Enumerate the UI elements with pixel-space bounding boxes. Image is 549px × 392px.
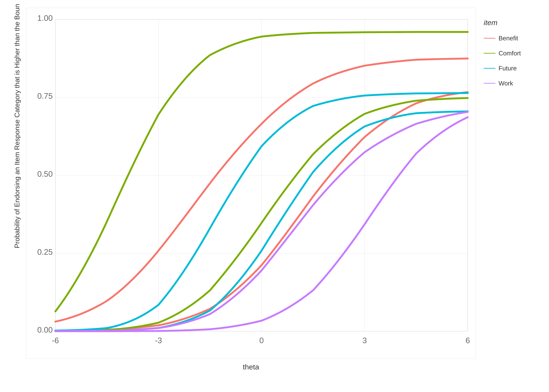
legend-label-work: Work bbox=[499, 80, 513, 87]
main-chart: 0.00 0.25 0.50 0.75 1.00 -6 -3 0 3 6 bbox=[26, 8, 476, 359]
svg-text:0: 0 bbox=[259, 336, 264, 345]
svg-text:3: 3 bbox=[362, 336, 367, 345]
legend-line-benefit bbox=[484, 38, 495, 39]
svg-text:1.00: 1.00 bbox=[37, 14, 53, 22]
legend-item-benefit: Benefit bbox=[484, 35, 533, 42]
legend-label-comfort: Comfort bbox=[499, 50, 521, 57]
svg-text:0.75: 0.75 bbox=[37, 91, 53, 100]
legend-line-future bbox=[484, 68, 495, 69]
svg-text:0.50: 0.50 bbox=[37, 169, 53, 178]
svg-rect-0 bbox=[26, 12, 476, 355]
plot-area: Probability of Endorsing an Item Respons… bbox=[26, 8, 476, 371]
chart-container: Probability of Endorsing an Item Respons… bbox=[0, 0, 549, 392]
svg-text:-3: -3 bbox=[155, 336, 162, 345]
svg-text:6: 6 bbox=[465, 336, 470, 345]
svg-text:-6: -6 bbox=[52, 336, 59, 345]
y-axis-label: Probability of Endorsing an Item Respons… bbox=[13, 131, 21, 248]
legend-panel: item Benefit Comfort Future Work bbox=[476, 8, 539, 371]
x-axis-label: theta bbox=[26, 363, 476, 371]
legend-label-future: Future bbox=[499, 65, 517, 72]
legend-line-comfort bbox=[484, 53, 495, 54]
legend-item-comfort: Comfort bbox=[484, 50, 533, 57]
legend-item-work: Work bbox=[484, 80, 533, 87]
svg-text:0.25: 0.25 bbox=[37, 247, 53, 256]
legend-line-work bbox=[484, 83, 495, 84]
svg-text:0.00: 0.00 bbox=[37, 325, 53, 334]
svg-wrapper: 0.00 0.25 0.50 0.75 1.00 -6 -3 0 3 6 bbox=[26, 8, 476, 359]
legend-item-future: Future bbox=[484, 65, 533, 72]
legend-title: item bbox=[484, 18, 533, 27]
legend-label-benefit: Benefit bbox=[499, 35, 518, 42]
